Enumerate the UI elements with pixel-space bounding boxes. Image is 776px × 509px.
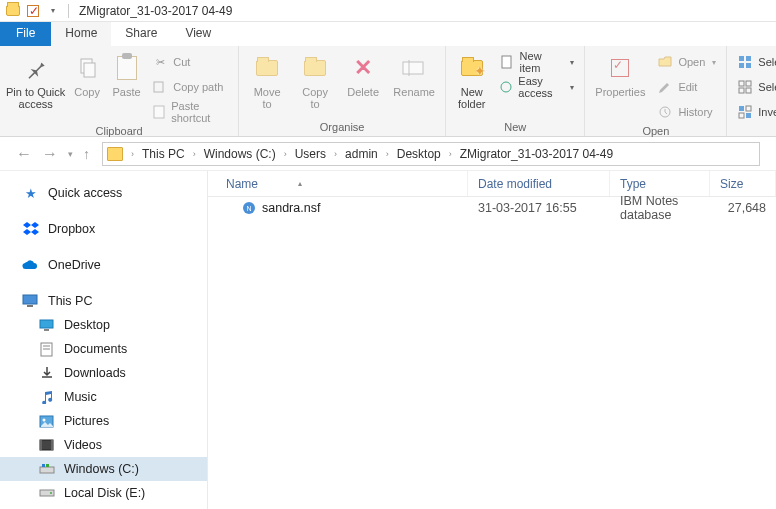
edit-button[interactable]: Edit [653, 76, 720, 98]
history-icon [657, 104, 673, 120]
address-bar[interactable]: › This PC › Windows (C:) › Users › admin… [102, 142, 760, 166]
folder-icon[interactable] [4, 2, 22, 20]
sidebar-label: Downloads [64, 366, 126, 380]
svg-rect-9 [739, 56, 744, 61]
pin-label: Pin to Quick access [6, 86, 65, 110]
paste-button[interactable]: Paste [109, 48, 144, 98]
chevron-down-icon: ▾ [570, 58, 574, 67]
sidebar-item-quick-access[interactable]: ★Quick access [0, 181, 207, 205]
properties-icon [604, 52, 636, 84]
file-row[interactable]: N sandra.nsf 31-03-2017 16:55 IBM Notes … [208, 197, 776, 219]
history-button[interactable]: History [653, 101, 720, 123]
column-header-type[interactable]: Type [610, 171, 710, 196]
breadcrumb-item[interactable]: Desktop [395, 147, 443, 161]
breadcrumb-item[interactable]: Users [293, 147, 328, 161]
sidebar-label: Documents [64, 342, 127, 356]
sidebar-label: OneDrive [48, 258, 101, 272]
move-to-icon [251, 52, 283, 84]
new-item-icon [499, 54, 514, 70]
svg-rect-20 [746, 113, 751, 118]
sidebar-item-documents[interactable]: Documents [0, 337, 207, 361]
new-folder-label: New folder [458, 86, 486, 110]
sidebar-item-pictures[interactable]: Pictures [0, 409, 207, 433]
tab-view[interactable]: View [171, 22, 225, 46]
breadcrumb-item[interactable]: This PC [140, 147, 187, 161]
sidebar-item-windows-c[interactable]: Windows (C:) [0, 457, 207, 481]
new-folder-button[interactable]: ✦ New folder [452, 48, 491, 110]
sidebar-item-downloads[interactable]: Downloads [0, 361, 207, 385]
column-header-name[interactable]: Name▴ [208, 171, 468, 196]
copy-to-button[interactable]: Copy to [293, 48, 337, 110]
column-header-date[interactable]: Date modified [468, 171, 610, 196]
recent-locations-button[interactable]: ▾ [68, 149, 73, 159]
delete-button[interactable]: ✕ Delete [341, 48, 385, 98]
new-item-button[interactable]: New item▾ [495, 51, 578, 73]
tab-home[interactable]: Home [51, 22, 111, 46]
sidebar-item-dropbox[interactable]: Dropbox [0, 217, 207, 241]
videos-icon [38, 437, 56, 453]
sidebar-item-this-pc[interactable]: This PC [0, 289, 207, 313]
breadcrumb-item[interactable]: admin [343, 147, 380, 161]
column-label: Type [620, 177, 646, 191]
sidebar-item-local-e[interactable]: Local Disk (E:) [0, 481, 207, 505]
forward-button[interactable]: → [42, 145, 58, 163]
tab-file[interactable]: File [0, 22, 51, 46]
delete-icon: ✕ [347, 52, 379, 84]
sidebar-item-music[interactable]: Music [0, 385, 207, 409]
invert-selection-button[interactable]: Inve [733, 101, 776, 123]
chevron-right-icon[interactable]: › [445, 149, 456, 159]
up-button[interactable]: ↑ [83, 146, 90, 162]
paste-shortcut-button[interactable]: Paste shortcut [148, 101, 232, 123]
back-button[interactable]: ← [16, 145, 32, 163]
select-none-button[interactable]: Sele [733, 76, 776, 98]
sidebar-label: Pictures [64, 414, 109, 428]
sort-ascending-icon: ▴ [298, 179, 302, 188]
sidebar-item-desktop[interactable]: Desktop [0, 313, 207, 337]
move-to-button[interactable]: Move to [245, 48, 289, 110]
tab-share[interactable]: Share [111, 22, 171, 46]
invert-selection-icon [737, 104, 753, 120]
move-to-label: Move to [254, 86, 281, 110]
svg-rect-21 [23, 295, 37, 304]
column-header-size[interactable]: Size [710, 171, 776, 196]
breadcrumb-item[interactable]: ZMigrator_31-03-2017 04-49 [458, 147, 615, 161]
qat-dropdown-icon[interactable]: ▾ [44, 2, 62, 20]
chevron-right-icon[interactable]: › [330, 149, 341, 159]
paste-shortcut-icon [152, 104, 166, 120]
history-label: History [678, 106, 712, 118]
open-button[interactable]: Open▾ [653, 51, 720, 73]
select-all-button[interactable]: Sele [733, 51, 776, 73]
column-label: Name [226, 177, 258, 191]
paste-icon [111, 52, 143, 84]
copy-button[interactable]: Copy [69, 48, 104, 98]
chevron-right-icon[interactable]: › [127, 149, 138, 159]
open-label: Open [678, 56, 705, 68]
rename-button[interactable]: Rename [389, 48, 439, 98]
svg-point-29 [43, 418, 46, 421]
copy-path-button[interactable]: Copy path [148, 76, 232, 98]
breadcrumb-item[interactable]: Windows (C:) [202, 147, 278, 161]
music-icon [38, 389, 56, 405]
chevron-right-icon[interactable]: › [189, 149, 200, 159]
svg-rect-19 [739, 113, 744, 118]
svg-point-7 [501, 82, 511, 92]
chevron-right-icon[interactable]: › [382, 149, 393, 159]
easy-access-label: Easy access [518, 75, 563, 99]
chevron-right-icon[interactable]: › [280, 149, 291, 159]
easy-access-button[interactable]: Easy access▾ [495, 76, 578, 98]
sidebar-label: Local Disk (E:) [64, 486, 145, 500]
cut-button[interactable]: ✂Cut [148, 51, 232, 73]
svg-rect-22 [27, 305, 33, 307]
sidebar-item-onedrive[interactable]: OneDrive [0, 253, 207, 277]
svg-rect-10 [746, 56, 751, 61]
documents-icon [38, 341, 56, 357]
svg-rect-1 [84, 63, 95, 77]
pin-to-quick-access-button[interactable]: Pin to Quick access [6, 48, 65, 110]
sidebar-item-videos[interactable]: Videos [0, 433, 207, 457]
rename-icon [398, 52, 430, 84]
navigation-pane: ★Quick access Dropbox OneDrive This PC D… [0, 171, 208, 509]
properties-button[interactable]: Properties [591, 48, 649, 98]
svg-rect-32 [51, 440, 53, 450]
svg-rect-23 [40, 320, 53, 328]
properties-qat-icon[interactable] [24, 2, 42, 20]
